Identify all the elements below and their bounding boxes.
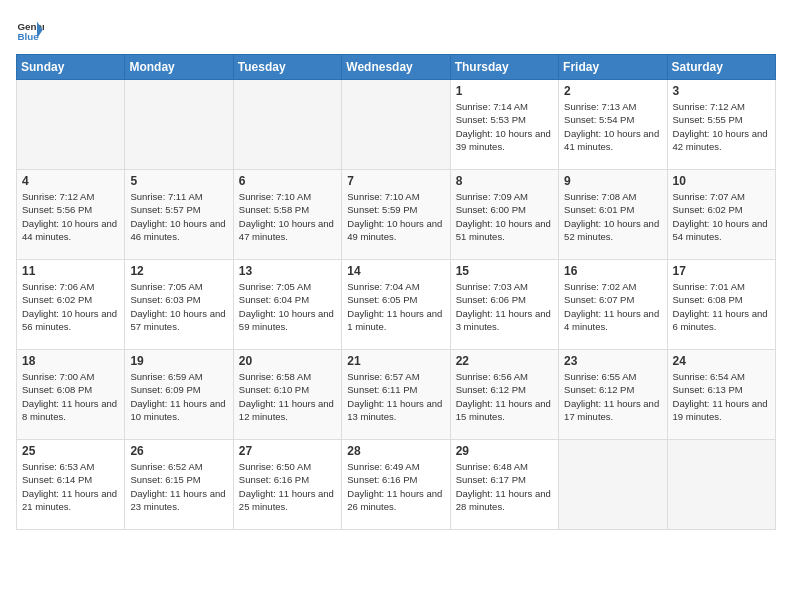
day-info: Sunrise: 7:03 AMSunset: 6:06 PMDaylight:…	[456, 280, 553, 333]
day-number: 3	[673, 84, 770, 98]
day-number: 8	[456, 174, 553, 188]
calendar-cell: 24Sunrise: 6:54 AMSunset: 6:13 PMDayligh…	[667, 350, 775, 440]
day-info: Sunrise: 6:48 AMSunset: 6:17 PMDaylight:…	[456, 460, 553, 513]
day-number: 15	[456, 264, 553, 278]
calendar-cell	[559, 440, 667, 530]
calendar-cell: 11Sunrise: 7:06 AMSunset: 6:02 PMDayligh…	[17, 260, 125, 350]
day-info: Sunrise: 7:05 AMSunset: 6:04 PMDaylight:…	[239, 280, 336, 333]
calendar-cell	[125, 80, 233, 170]
day-info: Sunrise: 6:54 AMSunset: 6:13 PMDaylight:…	[673, 370, 770, 423]
weekday-header-monday: Monday	[125, 55, 233, 80]
logo: General Blue	[16, 16, 48, 44]
calendar-cell	[667, 440, 775, 530]
calendar-cell: 7Sunrise: 7:10 AMSunset: 5:59 PMDaylight…	[342, 170, 450, 260]
calendar-cell	[342, 80, 450, 170]
logo-icon: General Blue	[16, 16, 44, 44]
day-number: 14	[347, 264, 444, 278]
weekday-header-sunday: Sunday	[17, 55, 125, 80]
calendar-cell: 3Sunrise: 7:12 AMSunset: 5:55 PMDaylight…	[667, 80, 775, 170]
calendar-cell: 6Sunrise: 7:10 AMSunset: 5:58 PMDaylight…	[233, 170, 341, 260]
calendar-cell: 21Sunrise: 6:57 AMSunset: 6:11 PMDayligh…	[342, 350, 450, 440]
day-number: 6	[239, 174, 336, 188]
day-info: Sunrise: 7:12 AMSunset: 5:55 PMDaylight:…	[673, 100, 770, 153]
day-info: Sunrise: 7:08 AMSunset: 6:01 PMDaylight:…	[564, 190, 661, 243]
weekday-header-wednesday: Wednesday	[342, 55, 450, 80]
day-number: 29	[456, 444, 553, 458]
calendar-week-3: 11Sunrise: 7:06 AMSunset: 6:02 PMDayligh…	[17, 260, 776, 350]
weekday-header-tuesday: Tuesday	[233, 55, 341, 80]
day-info: Sunrise: 6:58 AMSunset: 6:10 PMDaylight:…	[239, 370, 336, 423]
calendar-cell: 23Sunrise: 6:55 AMSunset: 6:12 PMDayligh…	[559, 350, 667, 440]
day-info: Sunrise: 7:04 AMSunset: 6:05 PMDaylight:…	[347, 280, 444, 333]
day-number: 16	[564, 264, 661, 278]
day-info: Sunrise: 7:10 AMSunset: 5:59 PMDaylight:…	[347, 190, 444, 243]
calendar-cell: 1Sunrise: 7:14 AMSunset: 5:53 PMDaylight…	[450, 80, 558, 170]
calendar-cell: 4Sunrise: 7:12 AMSunset: 5:56 PMDaylight…	[17, 170, 125, 260]
day-info: Sunrise: 6:56 AMSunset: 6:12 PMDaylight:…	[456, 370, 553, 423]
calendar-cell: 12Sunrise: 7:05 AMSunset: 6:03 PMDayligh…	[125, 260, 233, 350]
calendar-week-5: 25Sunrise: 6:53 AMSunset: 6:14 PMDayligh…	[17, 440, 776, 530]
day-number: 11	[22, 264, 119, 278]
svg-text:Blue: Blue	[17, 31, 39, 42]
calendar-cell	[233, 80, 341, 170]
calendar-cell: 28Sunrise: 6:49 AMSunset: 6:16 PMDayligh…	[342, 440, 450, 530]
day-info: Sunrise: 7:09 AMSunset: 6:00 PMDaylight:…	[456, 190, 553, 243]
day-info: Sunrise: 6:55 AMSunset: 6:12 PMDaylight:…	[564, 370, 661, 423]
calendar-week-2: 4Sunrise: 7:12 AMSunset: 5:56 PMDaylight…	[17, 170, 776, 260]
calendar-cell	[17, 80, 125, 170]
day-number: 17	[673, 264, 770, 278]
day-info: Sunrise: 7:06 AMSunset: 6:02 PMDaylight:…	[22, 280, 119, 333]
calendar-cell: 13Sunrise: 7:05 AMSunset: 6:04 PMDayligh…	[233, 260, 341, 350]
day-info: Sunrise: 6:52 AMSunset: 6:15 PMDaylight:…	[130, 460, 227, 513]
calendar-cell: 15Sunrise: 7:03 AMSunset: 6:06 PMDayligh…	[450, 260, 558, 350]
day-number: 5	[130, 174, 227, 188]
day-number: 18	[22, 354, 119, 368]
day-info: Sunrise: 7:14 AMSunset: 5:53 PMDaylight:…	[456, 100, 553, 153]
day-info: Sunrise: 7:07 AMSunset: 6:02 PMDaylight:…	[673, 190, 770, 243]
day-info: Sunrise: 7:12 AMSunset: 5:56 PMDaylight:…	[22, 190, 119, 243]
weekday-header-friday: Friday	[559, 55, 667, 80]
day-number: 25	[22, 444, 119, 458]
day-number: 12	[130, 264, 227, 278]
day-number: 19	[130, 354, 227, 368]
day-info: Sunrise: 7:02 AMSunset: 6:07 PMDaylight:…	[564, 280, 661, 333]
day-info: Sunrise: 7:11 AMSunset: 5:57 PMDaylight:…	[130, 190, 227, 243]
day-number: 27	[239, 444, 336, 458]
day-number: 10	[673, 174, 770, 188]
day-number: 22	[456, 354, 553, 368]
day-number: 2	[564, 84, 661, 98]
calendar-cell: 5Sunrise: 7:11 AMSunset: 5:57 PMDaylight…	[125, 170, 233, 260]
day-info: Sunrise: 6:59 AMSunset: 6:09 PMDaylight:…	[130, 370, 227, 423]
calendar-cell: 9Sunrise: 7:08 AMSunset: 6:01 PMDaylight…	[559, 170, 667, 260]
calendar-cell: 26Sunrise: 6:52 AMSunset: 6:15 PMDayligh…	[125, 440, 233, 530]
calendar-cell: 27Sunrise: 6:50 AMSunset: 6:16 PMDayligh…	[233, 440, 341, 530]
day-info: Sunrise: 7:00 AMSunset: 6:08 PMDaylight:…	[22, 370, 119, 423]
calendar-cell: 25Sunrise: 6:53 AMSunset: 6:14 PMDayligh…	[17, 440, 125, 530]
calendar-cell: 17Sunrise: 7:01 AMSunset: 6:08 PMDayligh…	[667, 260, 775, 350]
day-info: Sunrise: 7:05 AMSunset: 6:03 PMDaylight:…	[130, 280, 227, 333]
weekday-header-row: SundayMondayTuesdayWednesdayThursdayFrid…	[17, 55, 776, 80]
day-info: Sunrise: 6:50 AMSunset: 6:16 PMDaylight:…	[239, 460, 336, 513]
day-number: 26	[130, 444, 227, 458]
page-header: General Blue	[16, 16, 776, 44]
calendar-cell: 20Sunrise: 6:58 AMSunset: 6:10 PMDayligh…	[233, 350, 341, 440]
calendar-cell: 18Sunrise: 7:00 AMSunset: 6:08 PMDayligh…	[17, 350, 125, 440]
calendar-cell: 16Sunrise: 7:02 AMSunset: 6:07 PMDayligh…	[559, 260, 667, 350]
calendar-cell: 29Sunrise: 6:48 AMSunset: 6:17 PMDayligh…	[450, 440, 558, 530]
day-info: Sunrise: 7:01 AMSunset: 6:08 PMDaylight:…	[673, 280, 770, 333]
day-number: 20	[239, 354, 336, 368]
day-number: 7	[347, 174, 444, 188]
calendar-cell: 10Sunrise: 7:07 AMSunset: 6:02 PMDayligh…	[667, 170, 775, 260]
day-number: 13	[239, 264, 336, 278]
calendar-week-1: 1Sunrise: 7:14 AMSunset: 5:53 PMDaylight…	[17, 80, 776, 170]
day-info: Sunrise: 7:10 AMSunset: 5:58 PMDaylight:…	[239, 190, 336, 243]
calendar-cell: 8Sunrise: 7:09 AMSunset: 6:00 PMDaylight…	[450, 170, 558, 260]
calendar-cell: 19Sunrise: 6:59 AMSunset: 6:09 PMDayligh…	[125, 350, 233, 440]
day-number: 21	[347, 354, 444, 368]
day-number: 24	[673, 354, 770, 368]
day-number: 23	[564, 354, 661, 368]
calendar-table: SundayMondayTuesdayWednesdayThursdayFrid…	[16, 54, 776, 530]
day-info: Sunrise: 6:57 AMSunset: 6:11 PMDaylight:…	[347, 370, 444, 423]
calendar-cell: 14Sunrise: 7:04 AMSunset: 6:05 PMDayligh…	[342, 260, 450, 350]
weekday-header-saturday: Saturday	[667, 55, 775, 80]
